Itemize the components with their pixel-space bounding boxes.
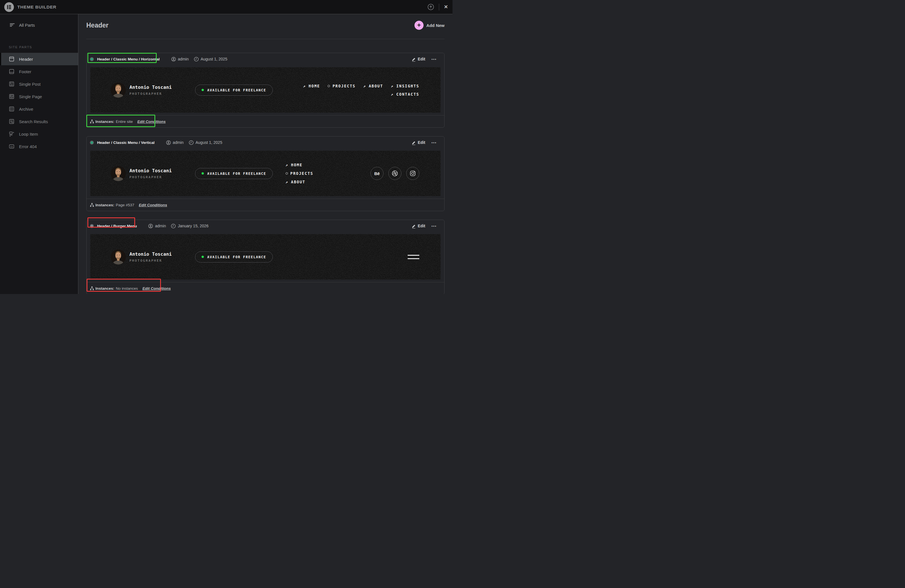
nav-item-projects: PROJECTS xyxy=(328,84,356,88)
nav-menu-row-1: ↗ HOME PROJECTS ↗ ABOUT ↗ xyxy=(303,84,419,88)
sidebar-item-single-page[interactable]: Single Page xyxy=(0,90,78,103)
header-divider xyxy=(86,39,445,39)
clock-icon xyxy=(189,140,194,145)
instances-value: Page #537 xyxy=(116,203,134,207)
sidebar-item-label: Single Page xyxy=(19,94,42,99)
template-preview-vertical[interactable]: Antonio Toscani PHOTOGRAPHER AVAILABLE F… xyxy=(90,151,441,196)
sidebar-item-label: Header xyxy=(19,57,33,62)
avatar xyxy=(111,166,126,181)
author-meta: admin xyxy=(166,140,184,145)
instances-value: Entire site xyxy=(116,119,133,124)
preview-content: Antonio Toscani PHOTOGRAPHER AVAILABLE F… xyxy=(90,163,441,184)
nav-item-label: HOME xyxy=(291,163,303,167)
hierarchy-icon xyxy=(90,119,94,124)
loop-item-icon xyxy=(9,131,14,137)
availability-text: AVAILABLE FOR FREELANCE xyxy=(207,171,266,176)
help-arrow-up-icon[interactable] xyxy=(427,4,434,10)
dribbble-glyph xyxy=(392,170,398,176)
person-name: Antonio Toscani xyxy=(129,84,172,90)
nav-item-contacts: ↗ CONTACTS xyxy=(391,92,419,97)
instagram-icon xyxy=(406,167,419,180)
nav-item-label: PROJECTS xyxy=(291,171,313,176)
edit-label: Edit xyxy=(418,223,425,228)
header-part-icon xyxy=(9,56,14,62)
edit-conditions-link[interactable]: Edit Conditions xyxy=(143,286,171,291)
date-meta: August 1, 2025 xyxy=(194,57,227,62)
nav-item-label: HOME xyxy=(308,84,320,88)
card-actions: Edit ⋯ xyxy=(411,223,441,229)
edit-label: Edit xyxy=(418,140,425,145)
instagram-glyph xyxy=(410,171,416,176)
status-dot-active xyxy=(90,141,93,144)
add-new-label: Add New xyxy=(426,23,445,28)
more-options-button[interactable]: ⋯ xyxy=(431,140,437,145)
error-404-icon: 404 xyxy=(9,144,14,149)
date-value: August 1, 2025 xyxy=(201,57,227,61)
card-header-row: Header / Classic Menu / Vertical admin A… xyxy=(87,136,444,148)
template-title: Header / Classic Menu / Vertical xyxy=(97,141,155,145)
topbar-divider xyxy=(439,4,439,11)
user-icon xyxy=(171,57,176,62)
single-page-icon xyxy=(9,94,14,99)
topbar-actions: ✕ xyxy=(427,4,448,11)
author-name: admin xyxy=(173,140,184,145)
behance-glyph: Bē xyxy=(374,171,379,176)
more-options-button[interactable]: ⋯ xyxy=(431,57,437,62)
user-icon xyxy=(166,140,171,145)
author-name: admin xyxy=(155,223,166,228)
card-actions: Edit ⋯ xyxy=(411,140,441,145)
instances-row: Instances: Entire site Edit Conditions xyxy=(87,115,444,127)
instances-label: Instances: xyxy=(95,119,114,124)
pencil-icon xyxy=(411,140,416,145)
nav-menu-row-2: ↗ CONTACTS xyxy=(391,92,419,97)
edit-conditions-link[interactable]: Edit Conditions xyxy=(137,119,166,124)
sidebar-item-label: Single Post xyxy=(19,82,41,87)
edit-button[interactable]: Edit xyxy=(411,223,425,228)
avatar xyxy=(111,82,126,98)
sidebar-item-archive[interactable]: Archive xyxy=(0,103,78,115)
sidebar-item-search-results[interactable]: Search Results xyxy=(0,115,78,128)
more-options-button[interactable]: ⋯ xyxy=(431,223,437,229)
edit-button[interactable]: Edit xyxy=(411,140,425,145)
person-role: PHOTOGRAPHER xyxy=(129,259,172,263)
sidebar-item-single-post[interactable]: Single Post xyxy=(0,78,78,90)
avatar xyxy=(111,249,126,265)
arrow-up-right-icon: ↗ xyxy=(286,163,288,167)
instances-value: No instances xyxy=(116,286,138,291)
arrow-up-right-icon: ↗ xyxy=(363,84,366,88)
nav-item-label: CONTACTS xyxy=(396,92,419,97)
nav-item-about: ↗ ABOUT xyxy=(286,180,305,184)
template-card-burger: Header / Burger Menu admin January 15, 2… xyxy=(86,220,445,294)
sidebar-item-footer[interactable]: Footer xyxy=(0,65,78,78)
person-name: Antonio Toscani xyxy=(129,252,172,257)
nav-item-projects: PROJECTS xyxy=(286,171,313,176)
clock-icon xyxy=(194,57,199,62)
filter-icon xyxy=(10,22,15,28)
sidebar-all-parts[interactable]: All Parts xyxy=(0,14,78,28)
nav-item-label: ABOUT xyxy=(291,180,305,184)
plus-icon: + xyxy=(414,21,424,30)
template-preview-horizontal[interactable]: Antonio Toscani PHOTOGRAPHER AVAILABLE F… xyxy=(90,67,441,113)
person-role: PHOTOGRAPHER xyxy=(129,175,172,179)
status-dot-active xyxy=(90,58,93,60)
template-preview-burger[interactable]: Antonio Toscani PHOTOGRAPHER AVAILABLE F… xyxy=(90,234,441,279)
availability-badge: AVAILABLE FOR FREELANCE xyxy=(195,168,273,179)
search-results-icon xyxy=(9,119,14,124)
pencil-icon xyxy=(411,57,416,62)
close-icon[interactable]: ✕ xyxy=(444,5,448,10)
sidebar-item-header[interactable]: Header xyxy=(0,53,78,65)
add-new-button[interactable]: + Add New xyxy=(414,21,445,30)
sidebar-item-loop-item[interactable]: Loop Item xyxy=(0,128,78,140)
edit-conditions-link[interactable]: Edit Conditions xyxy=(139,203,167,207)
arrow-up-right-icon: ↗ xyxy=(391,84,394,88)
sidebar-item-error-404[interactable]: 404 Error 404 xyxy=(0,140,78,153)
availability-text: AVAILABLE FOR FREELANCE xyxy=(207,255,266,259)
date-value: January 15, 2026 xyxy=(178,223,208,228)
arrow-up-right-icon: ↗ xyxy=(303,84,306,88)
identity-block: Antonio Toscani PHOTOGRAPHER xyxy=(129,252,172,263)
availability-text: AVAILABLE FOR FREELANCE xyxy=(207,88,266,92)
circle-marker-icon xyxy=(328,85,330,87)
burger-menu-icon xyxy=(408,255,419,259)
sidebar: All Parts SITE PARTS Header Footer Singl… xyxy=(0,14,78,294)
edit-button[interactable]: Edit xyxy=(411,57,425,62)
